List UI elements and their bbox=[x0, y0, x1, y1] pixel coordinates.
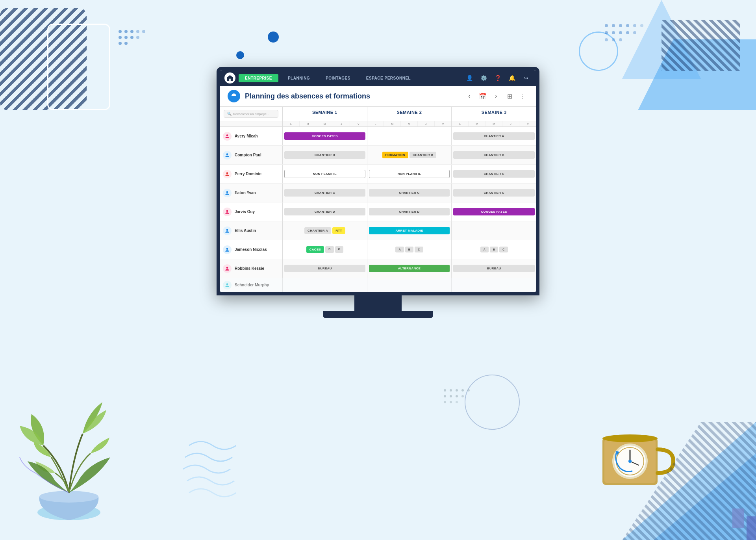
monitor-container: ENTREPRISE PLANNING POINTAGES ESPACE PER… bbox=[217, 67, 539, 318]
event-badge[interactable]: C bbox=[415, 247, 423, 252]
svg-point-20 bbox=[619, 31, 622, 34]
search-placeholder: Rechercher un employé... bbox=[233, 112, 269, 116]
week-cell bbox=[367, 127, 452, 145]
avatar bbox=[223, 226, 232, 235]
svg-point-1 bbox=[124, 30, 128, 33]
event-badge[interactable]: CONGES PAYES bbox=[453, 208, 535, 215]
event-badge[interactable]: RTT bbox=[332, 227, 345, 234]
weeks-header: SEMAINE 1 SEMAINE 2 SEMAINE 3 bbox=[283, 107, 536, 121]
svg-point-31 bbox=[461, 389, 464, 392]
notification-icon[interactable]: 🔔 bbox=[506, 72, 517, 84]
svg-point-62 bbox=[226, 248, 228, 250]
event-badge[interactable]: ARRET MALADIE bbox=[369, 227, 450, 234]
event-badge[interactable]: CHANTIER D bbox=[284, 208, 365, 215]
avatar bbox=[223, 245, 232, 254]
svg-point-14 bbox=[605, 24, 608, 27]
planning-weeks: CHANTIER A RTT ARRET MALADIE bbox=[283, 221, 536, 240]
avatar bbox=[223, 170, 232, 178]
wavy-lines bbox=[181, 438, 236, 501]
week-header-3: SEMAINE 3 bbox=[452, 107, 536, 121]
event-badge[interactable]: B bbox=[325, 246, 334, 253]
search-box[interactable]: 🔍 Rechercher un employé... bbox=[224, 110, 278, 118]
svg-point-4 bbox=[124, 36, 128, 39]
table-row: Robbins Kessie BUREAU ALTERNANCE BUREAU bbox=[220, 259, 536, 278]
week3-days: L M M J V bbox=[452, 121, 536, 126]
employee-info: Avery Micah bbox=[220, 127, 283, 145]
expand-button[interactable]: ⊞ bbox=[504, 91, 515, 102]
nav-tab-planning[interactable]: PLANNING bbox=[282, 74, 316, 82]
event-badge[interactable]: C bbox=[499, 247, 508, 252]
dots-bottomright bbox=[441, 386, 488, 418]
svg-point-38 bbox=[450, 401, 452, 403]
event-badge[interactable]: FORMATION bbox=[382, 152, 409, 158]
employee-info: Ellis Austin bbox=[220, 221, 283, 240]
svg-point-9 bbox=[136, 36, 139, 39]
event-badge[interactable]: CHANTIER D bbox=[369, 208, 450, 215]
event-badge[interactable]: CHANTIER C bbox=[369, 189, 450, 197]
event-badge[interactable]: CHANTIER C bbox=[453, 170, 535, 178]
event-badge[interactable]: NON PLANIFIE bbox=[369, 170, 450, 178]
week-headers-row: 🔍 Rechercher un employé... SEMAINE 1 SEM… bbox=[220, 107, 536, 121]
employee-name: Perry Dominic bbox=[235, 172, 261, 176]
event-badge[interactable]: CONGES PAYES bbox=[284, 132, 365, 140]
svg-point-57 bbox=[226, 153, 228, 155]
event-badge[interactable]: A bbox=[395, 247, 404, 252]
table-row: Perry Dominic NON PLANIFIE NON PLANIFIE … bbox=[220, 165, 536, 184]
svg-point-32 bbox=[467, 389, 470, 392]
employee-info: Robbins Kessie bbox=[220, 259, 283, 278]
event-badge[interactable]: NON PLANIFIE bbox=[284, 170, 365, 178]
employee-info: Schneider Murphy bbox=[220, 278, 283, 292]
user-icon[interactable]: 👤 bbox=[464, 72, 475, 84]
blue-corner-br bbox=[622, 422, 756, 540]
logout-icon[interactable]: ↪ bbox=[521, 72, 532, 84]
event-badge[interactable]: C bbox=[335, 246, 343, 253]
avatar bbox=[223, 189, 232, 197]
prev-button[interactable]: ‹ bbox=[464, 91, 475, 102]
event-badge[interactable]: ALTERNANCE bbox=[369, 265, 450, 272]
more-button[interactable]: ⋮ bbox=[517, 91, 528, 102]
event-badge[interactable]: BUREAU bbox=[284, 265, 365, 272]
week-header-1: SEMAINE 1 bbox=[283, 107, 367, 121]
event-badge[interactable]: CHANTIER B bbox=[453, 151, 535, 159]
week2-days: L M M J V bbox=[367, 121, 452, 126]
stand-neck bbox=[354, 295, 402, 311]
nav-tab-espace[interactable]: ESPACE PERSONNEL bbox=[360, 74, 417, 82]
week-cell: NON PLANIFIE bbox=[367, 165, 452, 183]
nav-tab-pointages[interactable]: POINTAGES bbox=[319, 74, 357, 82]
event-badge[interactable]: CHANTIER C bbox=[284, 189, 365, 197]
event-badge[interactable]: CHANTIER B bbox=[284, 151, 365, 159]
week-cell: BUREAU bbox=[452, 259, 536, 278]
page-logo-icon bbox=[228, 90, 240, 102]
next-button[interactable]: › bbox=[491, 91, 502, 102]
nav-tab-entreprise[interactable]: ENTREPRISE bbox=[239, 74, 278, 82]
week-cell: CONGES PAYES bbox=[452, 202, 536, 221]
svg-point-25 bbox=[633, 24, 636, 27]
event-badge[interactable]: CHANTIER B bbox=[410, 152, 436, 158]
svg-rect-55 bbox=[747, 516, 756, 540]
svg-rect-54 bbox=[732, 508, 744, 528]
event-badge[interactable]: B bbox=[405, 247, 413, 252]
event-badge[interactable]: CHANTIER A bbox=[304, 227, 331, 234]
event-badge[interactable]: A bbox=[480, 247, 489, 252]
event-badge[interactable]: CACES bbox=[306, 246, 324, 253]
dots-topleft bbox=[116, 28, 156, 59]
svg-point-30 bbox=[456, 389, 458, 392]
event-badge[interactable]: CHANTIER A bbox=[453, 132, 535, 140]
event-badge[interactable]: B bbox=[490, 247, 498, 252]
day-headers-row: L M M J V L M M J V bbox=[220, 121, 536, 127]
svg-point-28 bbox=[444, 389, 446, 392]
calendar-button[interactable]: 📅 bbox=[477, 91, 488, 102]
event-badge[interactable]: CHANTIER C bbox=[453, 189, 535, 197]
employee-info: Jarvis Guy bbox=[220, 202, 283, 221]
help-icon[interactable]: ❓ bbox=[492, 72, 503, 84]
svg-point-35 bbox=[456, 395, 458, 397]
page-title: Planning des absences et formations bbox=[245, 92, 464, 100]
planning-weeks: CACES B C A B C bbox=[283, 240, 536, 259]
planning-weeks: BUREAU ALTERNANCE BUREAU bbox=[283, 259, 536, 278]
settings-icon[interactable]: ⚙️ bbox=[478, 72, 489, 84]
svg-point-10 bbox=[142, 30, 145, 33]
employee-name: Avery Micah bbox=[235, 134, 258, 138]
svg-point-17 bbox=[626, 24, 629, 27]
week-cell: CHANTIER C bbox=[452, 165, 536, 183]
event-badge[interactable]: BUREAU bbox=[453, 265, 535, 272]
